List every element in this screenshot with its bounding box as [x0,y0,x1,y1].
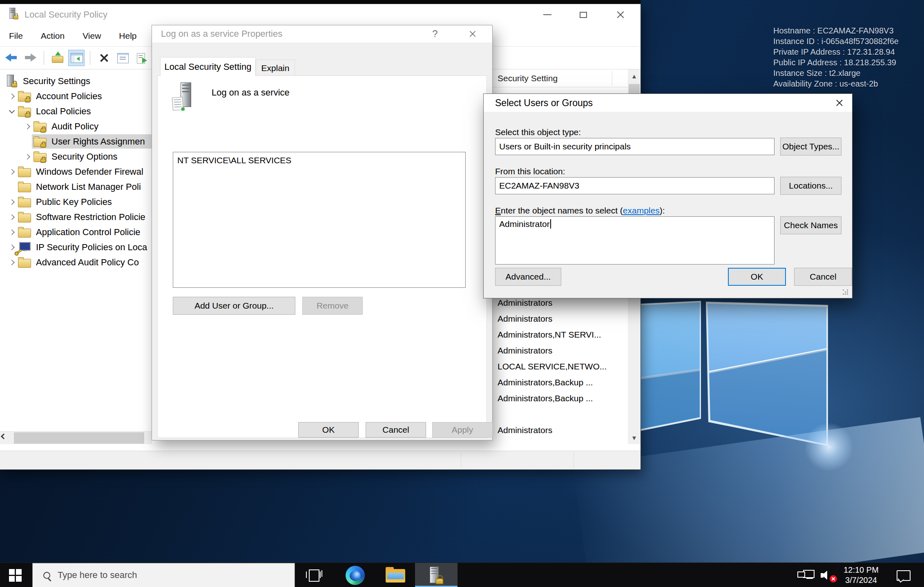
members-listbox[interactable]: NT SERVICE\ALL SERVICES [173,152,466,288]
scroll-left-icon[interactable] [1,434,7,439]
file-explorer-button[interactable] [383,563,408,587]
tree-item[interactable]: Local Policies [0,104,152,119]
advanced-button[interactable]: Advanced... [495,268,561,286]
tree-item[interactable]: Security Settings [0,73,152,89]
chevron-icon[interactable] [6,167,18,177]
chevron-icon[interactable] [6,106,18,117]
ok-button[interactable]: OK [728,268,786,286]
delete-icon[interactable] [96,50,112,66]
separator[interactable] [90,51,90,65]
window-titlebar[interactable]: Local Security Policy [0,4,641,25]
list-item[interactable]: Administrators,Backup ... [492,390,628,406]
chevron-icon[interactable] [6,212,18,222]
tree-item[interactable]: Application Control Policie [0,225,152,240]
remove-button[interactable]: Remove [302,297,363,315]
edge-button[interactable] [342,563,368,587]
tree-item[interactable]: Network List Manager Poli [0,179,152,194]
location-field[interactable]: EC2AMAZ-FAN98V3 [495,177,774,194]
export-list-icon[interactable] [133,50,150,66]
ok-button[interactable]: OK [298,422,359,438]
back-icon[interactable] [3,50,20,66]
select-users-or-groups-dialog: Select Users or Groups Select this objec… [484,94,852,298]
instance-info-line: Hostname : EC2AMAZ-FAN98V3 [773,25,899,36]
list-item[interactable]: LOCAL SERVICE,NETWO... [492,358,628,374]
clock-time: 12:10 PM [844,565,879,575]
tree-item[interactable]: IP Security Policies on Loca [0,240,152,255]
minimize-icon[interactable] [534,4,560,25]
scroll-up-icon[interactable]: ▲ [628,69,641,82]
start-button[interactable] [0,563,31,587]
close-icon[interactable] [827,94,852,112]
cancel-button[interactable]: Cancel [794,268,852,286]
resize-grip[interactable] [838,284,852,298]
tab-local-security-setting[interactable]: Local Security Setting [160,57,256,76]
menu-item[interactable]: Action [41,31,65,41]
horizontal-scrollbar[interactable] [0,431,152,444]
window-title: Local Security Policy [25,4,107,25]
dialog-titlebar[interactable]: Select Users or Groups [484,94,852,112]
task-view-button[interactable] [300,563,327,587]
menu-item[interactable]: File [9,31,23,41]
scrollbar-thumb[interactable] [14,432,144,444]
chevron-icon[interactable] [6,91,18,102]
local-security-policy-taskbar-button[interactable] [415,563,458,587]
close-icon[interactable] [460,25,485,42]
tree-item-label: Advanced Audit Policy Co [36,257,139,268]
tree-item[interactable]: Public Key Policies [0,194,152,209]
tab-explain[interactable]: Explain [256,60,295,76]
chevron-icon[interactable] [6,257,18,268]
menu-item[interactable]: Help [119,31,136,41]
tree-item[interactable]: User Rights Assignmen [0,134,152,149]
list-item[interactable]: Administrators [492,311,628,327]
column-divider[interactable] [612,71,612,86]
list-item[interactable]: Administrators,Backup ... [492,374,628,390]
chevron-icon[interactable] [6,197,18,207]
list-item[interactable]: Administrators,NT SERVI... [492,327,628,342]
tree-item[interactable]: Software Restriction Policie [0,209,152,225]
object-types-button[interactable]: Object Types... [780,138,841,156]
tree-item[interactable]: Account Policies [0,89,152,104]
scroll-down-icon[interactable]: ▼ [628,431,641,444]
forward-icon[interactable] [22,50,38,66]
tree-item[interactable]: Advanced Audit Policy Co [0,255,152,270]
chevron-icon[interactable] [21,121,33,132]
security-setting-column-header[interactable]: Security Setting [498,69,558,87]
console-tree-icon[interactable] [68,50,85,66]
apply-button[interactable]: Apply [432,422,493,438]
list-item[interactable] [492,406,628,422]
dialog-titlebar[interactable]: Log on as a service Properties ? [152,25,492,42]
chevron-icon[interactable] [6,242,18,253]
action-center-button[interactable] [891,563,916,587]
network-tray-button[interactable] [795,563,817,587]
list-item[interactable]: Administrators [492,422,628,438]
object-names-input[interactable]: Administrator [495,216,774,265]
help-icon[interactable]: ? [424,25,446,42]
instance-info-line: Instance ID : i-065a48f5730882f6e [773,36,899,47]
tree-item[interactable]: Audit Policy [0,119,152,134]
taskbar-search[interactable] [32,563,295,587]
member-item[interactable]: NT SERVICE\ALL SERVICES [173,152,465,166]
menu-item[interactable]: View [83,31,101,41]
instance-info-line: Public IP Address : 18.218.255.39 [773,57,899,68]
chevron-icon[interactable] [21,151,33,162]
close-icon[interactable] [607,4,634,25]
chevron-icon[interactable] [6,227,18,238]
examples-link[interactable]: examples [623,206,660,215]
list-item[interactable]: Administrators [492,342,628,358]
taskbar-clock[interactable]: 12:10 PM 3/7/2024 [838,563,884,587]
maximize-icon[interactable] [570,4,596,25]
tree-item-label: Security Settings [23,76,90,87]
locations-button[interactable]: Locations... [780,177,841,195]
tree-item[interactable]: Security Options [0,149,152,164]
object-type-field[interactable]: Users or Built-in security principals [495,138,774,155]
cancel-button[interactable]: Cancel [366,422,426,438]
search-input[interactable] [58,570,262,580]
separator[interactable] [44,51,44,65]
up-level-icon[interactable] [49,50,66,66]
add-user-or-group-button[interactable]: Add User or Group... [173,297,295,315]
tree-item[interactable]: Windows Defender Firewal [0,164,152,179]
properties-icon[interactable] [114,50,131,66]
check-names-button[interactable]: Check Names [780,216,841,234]
tree-item-icon [18,227,31,238]
volume-tray-button[interactable] [817,563,838,587]
